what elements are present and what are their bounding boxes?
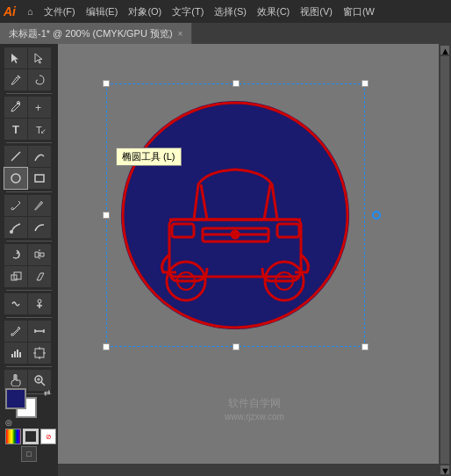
svg-point-9 <box>10 230 13 234</box>
shear-tool[interactable] <box>28 266 51 287</box>
tool-row-10 <box>4 266 54 287</box>
tool-row-4: T T↙ <box>4 119 54 140</box>
rotate-tool[interactable] <box>4 244 27 265</box>
scroll-up-button[interactable]: ▲ <box>440 46 449 54</box>
tool-row-8 <box>4 217 54 238</box>
handle-mid-left[interactable] <box>103 212 110 219</box>
rect-tool[interactable] <box>28 168 51 189</box>
svg-text:+: + <box>35 102 41 113</box>
document-tab[interactable]: 未标题-1* @ 200% (CMYK/GPU 预览) × <box>0 23 192 44</box>
type-tool[interactable]: T <box>4 119 27 140</box>
menu-view[interactable]: 视图(V) <box>296 4 337 20</box>
document-canvas: 椭圆工具 (L) 软件自学网 www.rjzxw.com <box>58 44 451 476</box>
pen-tool[interactable] <box>4 97 27 118</box>
smooth-tool[interactable] <box>28 217 51 238</box>
menu-window[interactable]: 窗口(W <box>339 4 379 20</box>
blob-brush-tool[interactable] <box>28 195 51 216</box>
eyedropper-tool[interactable] <box>4 321 27 342</box>
svg-text:↙: ↙ <box>40 127 46 135</box>
menu-effect[interactable]: 效果(C) <box>253 4 294 20</box>
app-logo: Ai <box>4 4 16 18</box>
handle-bottom-left[interactable] <box>103 343 110 350</box>
reflect-tool[interactable] <box>28 244 51 265</box>
paintbrush-tool[interactable] <box>4 195 27 216</box>
bar-graph-tool[interactable] <box>4 343 27 364</box>
svg-rect-23 <box>35 349 44 357</box>
tool-row-1 <box>4 47 54 69</box>
direct-select-tool[interactable] <box>28 47 51 69</box>
tab-close-button[interactable]: × <box>178 29 183 39</box>
default-colors-icon[interactable]: ◎ <box>5 418 12 427</box>
lasso-tool[interactable] <box>28 69 51 90</box>
add-anchor-tool[interactable]: + <box>28 97 51 118</box>
tool-row-chart <box>4 343 54 364</box>
handle-top-mid[interactable] <box>233 80 240 87</box>
separator-3 <box>6 191 52 192</box>
none-icon[interactable]: ⊘ <box>40 429 56 444</box>
svg-point-13 <box>38 299 41 303</box>
menu-object[interactable]: 对象(O) <box>124 4 166 20</box>
scrollbar-bottom[interactable] <box>58 464 439 476</box>
svg-line-29 <box>41 382 45 386</box>
tool-row-6 <box>4 168 54 189</box>
tool-row-5 <box>4 146 54 167</box>
svg-rect-20 <box>14 351 16 357</box>
swap-colors-icon[interactable]: ⇄ <box>44 388 51 397</box>
menu-edit[interactable]: 编辑(E) <box>82 4 123 20</box>
svg-line-6 <box>11 152 20 161</box>
tool-row-9 <box>4 244 54 265</box>
arc-tool[interactable] <box>28 146 51 167</box>
screen-mode-row: □ <box>21 446 37 462</box>
svg-line-0 <box>18 76 20 78</box>
tool-row-warp <box>4 293 54 314</box>
handle-bottom-mid[interactable] <box>233 343 240 350</box>
canvas-area: 椭圆工具 (L) 软件自学网 www.rjzxw.com ▲ ▼ <box>58 44 451 476</box>
tool-row-3: + <box>4 97 54 118</box>
menu-text[interactable]: 文字(T) <box>168 4 208 20</box>
line-tool[interactable] <box>4 146 27 167</box>
warp-tool[interactable] <box>4 293 27 314</box>
svg-rect-19 <box>11 354 13 357</box>
separator-2 <box>6 142 52 143</box>
handle-top-left[interactable] <box>103 80 110 87</box>
artwork-container[interactable] <box>106 83 365 347</box>
color-fill-icon[interactable] <box>5 429 21 444</box>
artwork-svg <box>106 83 365 347</box>
puppet-warp-tool[interactable] <box>28 293 51 314</box>
foreground-color-swatch[interactable] <box>5 388 26 409</box>
svg-point-46 <box>232 231 239 238</box>
select-tool[interactable] <box>4 47 27 69</box>
scroll-down-button[interactable]: ▼ <box>440 465 449 474</box>
handle-bottom-right[interactable] <box>362 343 369 350</box>
svg-rect-12 <box>14 272 21 279</box>
menu-file[interactable]: 文件(F) <box>39 4 80 20</box>
separator-5 <box>6 290 52 291</box>
separator-1 <box>6 93 52 94</box>
watermark: 软件自学网 www.rjzxw.com <box>225 396 284 423</box>
tool-row-2 <box>4 69 54 90</box>
svg-text:T: T <box>12 123 19 135</box>
touch-type-tool[interactable]: T↙ <box>28 119 51 140</box>
separator-4 <box>6 241 52 242</box>
handle-top-right[interactable] <box>362 80 369 87</box>
color-swatch-area: ⇄ ◎ <box>5 388 51 427</box>
handle-mid-right[interactable] <box>372 211 381 220</box>
svg-rect-21 <box>17 350 18 357</box>
menu-home-icon[interactable]: ⌂ <box>23 4 38 18</box>
magic-wand-tool[interactable] <box>4 69 27 90</box>
color-mode-row: ⊘ <box>5 429 56 444</box>
scrollbar-right[interactable]: ▲ ▼ <box>439 44 451 476</box>
measure-tool[interactable] <box>28 321 51 342</box>
tool-row-7 <box>4 195 54 216</box>
stroke-icon[interactable] <box>23 429 39 444</box>
scale-tool[interactable] <box>4 266 27 287</box>
screen-mode-button[interactable]: □ <box>21 446 37 462</box>
svg-rect-22 <box>19 352 21 357</box>
tab-title: 未标题-1* @ 200% (CMYK/GPU 预览) <box>9 27 173 40</box>
pencil-tool[interactable] <box>4 217 27 238</box>
svg-point-7 <box>11 174 20 183</box>
ellipse-tool[interactable] <box>4 168 27 189</box>
scroll-track-right[interactable] <box>440 56 449 464</box>
artboard-tool[interactable] <box>28 343 51 364</box>
menu-select[interactable]: 选择(S) <box>210 4 251 20</box>
